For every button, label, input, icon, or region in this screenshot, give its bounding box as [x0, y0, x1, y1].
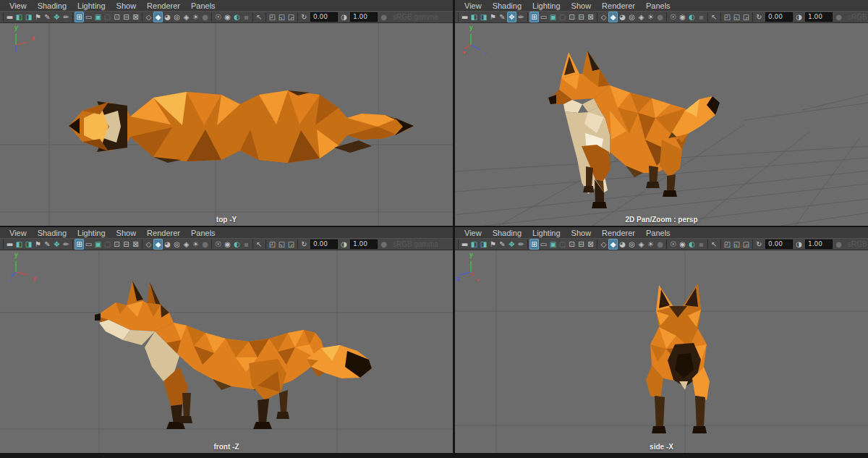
safe-title-icon[interactable]: ⊠ — [131, 239, 140, 250]
bookmark-icon[interactable]: ⚑ — [33, 12, 43, 22]
menu-shading[interactable]: Shading — [488, 1, 527, 10]
menu-view[interactable]: View — [459, 229, 488, 237]
field-chart-icon[interactable]: ⊡ — [112, 239, 122, 250]
camera-bookmark-icon[interactable]: ◨ — [24, 12, 33, 22]
gamma-field[interactable] — [805, 239, 833, 249]
film-gate-icon[interactable]: ▭ — [84, 12, 93, 22]
bookmark-icon[interactable]: ⚑ — [33, 239, 43, 250]
image-plane-icon[interactable]: ◲ — [286, 239, 296, 250]
menu-show[interactable]: Show — [566, 229, 597, 237]
isolate-select-icon[interactable]: ◰ — [723, 239, 732, 250]
menu-lighting[interactable]: Lighting — [72, 229, 111, 237]
isolate-select-icon[interactable]: ◰ — [268, 12, 277, 22]
plugin-icon[interactable]: ▪ — [242, 239, 251, 250]
motion-trail-icon[interactable]: ◐ — [232, 12, 242, 22]
wire-on-shaded-icon[interactable]: ◎ — [627, 239, 637, 250]
grease-pencil-icon[interactable]: ✏ — [516, 239, 526, 250]
camera-lock-icon[interactable]: ◧ — [469, 12, 479, 22]
camera-lock-icon[interactable]: ◧ — [469, 239, 479, 250]
image-plane-icon[interactable]: ◲ — [741, 12, 751, 22]
gate-mask-icon[interactable]: ▢ — [558, 239, 567, 250]
joint-xray-icon[interactable]: ☉ — [668, 12, 678, 22]
menu-panels[interactable]: Panels — [641, 1, 676, 10]
exposure-field[interactable] — [310, 239, 338, 249]
pencil-tool-icon[interactable]: ✎ — [498, 239, 507, 250]
camera-icon[interactable]: ▬ — [5, 239, 14, 250]
wire-on-shaded-icon[interactable]: ◎ — [627, 12, 637, 22]
image-plane-icon[interactable]: ◲ — [286, 12, 296, 22]
field-chart-icon[interactable]: ⊡ — [567, 239, 576, 250]
menu-shading[interactable]: Shading — [488, 229, 527, 237]
textured-icon[interactable]: ◕ — [618, 12, 627, 22]
lighting-icon[interactable]: ☀ — [191, 12, 200, 22]
menu-shading[interactable]: Shading — [33, 229, 72, 237]
joint-xray-icon[interactable]: ☉ — [213, 239, 223, 250]
camera-icon[interactable]: ▬ — [5, 12, 14, 22]
menu-lighting[interactable]: Lighting — [527, 1, 566, 10]
grease-pencil-icon[interactable]: ✏ — [61, 12, 71, 22]
gamma-field[interactable] — [350, 239, 378, 249]
viewport-3d-scene[interactable] — [455, 250, 868, 453]
film-gate-icon[interactable]: ▭ — [539, 239, 548, 250]
menu-panels[interactable]: Panels — [186, 229, 221, 237]
viewport-pane-bottom-right[interactable]: ViewShadingLightingShowRendererPanels▬◧◨… — [455, 227, 868, 453]
exposure-field[interactable] — [765, 12, 793, 22]
fox-model[interactable] — [646, 284, 710, 433]
wireframe-icon[interactable]: ◇ — [599, 12, 608, 22]
menu-lighting[interactable]: Lighting — [72, 1, 111, 10]
smooth-shade-icon[interactable]: ◆ — [608, 12, 618, 22]
field-chart-icon[interactable]: ⊡ — [567, 12, 576, 22]
lighting-icon[interactable]: ☀ — [191, 239, 200, 250]
srgb-toggle-icon[interactable]: ● — [379, 239, 388, 250]
viewport-canvas-bottom-right[interactable]: yxzside -X — [455, 250, 868, 453]
resolution-gate-icon[interactable]: ▣ — [93, 12, 103, 22]
menu-renderer[interactable]: Renderer — [597, 229, 641, 237]
gate-mask-icon[interactable]: ▢ — [103, 12, 112, 22]
menu-renderer[interactable]: Renderer — [142, 229, 186, 237]
lighting-icon[interactable]: ☀ — [646, 239, 655, 250]
safe-action-icon[interactable]: ⊟ — [122, 12, 131, 22]
safe-action-icon[interactable]: ⊟ — [576, 12, 586, 22]
viewport-pane-bottom-left[interactable]: ViewShadingLightingShowRendererPanels▬◧◨… — [0, 227, 453, 453]
pan-zoom-2d-icon[interactable]: ✥ — [507, 12, 516, 22]
xray-icon[interactable]: ◉ — [678, 12, 687, 22]
pencil-tool-icon[interactable]: ✎ — [43, 12, 52, 22]
wireframe-icon[interactable]: ◇ — [144, 12, 153, 22]
menu-panels[interactable]: Panels — [186, 1, 221, 10]
smooth-shade-icon[interactable]: ◆ — [153, 239, 163, 250]
textured-icon[interactable]: ◕ — [163, 12, 172, 22]
menu-show[interactable]: Show — [566, 1, 597, 10]
plugin-icon[interactable]: ▪ — [697, 239, 706, 250]
bookmark-icon[interactable]: ⚑ — [488, 239, 498, 250]
safe-action-icon[interactable]: ⊟ — [576, 239, 586, 250]
menu-lighting[interactable]: Lighting — [527, 229, 566, 237]
camera-icon[interactable]: ▬ — [460, 239, 469, 250]
isolate-select-icon[interactable]: ◰ — [268, 239, 277, 250]
camera-lock-icon[interactable]: ◧ — [14, 12, 24, 22]
menu-show[interactable]: Show — [111, 1, 142, 10]
motion-trail-icon[interactable]: ◐ — [232, 239, 242, 250]
menu-show[interactable]: Show — [111, 229, 142, 237]
gamma-icon[interactable]: ◑ — [794, 12, 804, 22]
menu-view[interactable]: View — [4, 1, 33, 10]
default-material-icon[interactable]: ◈ — [182, 12, 191, 22]
image-plane-icon[interactable]: ◲ — [741, 239, 751, 250]
motion-trail-icon[interactable]: ◐ — [687, 239, 697, 250]
shadows-icon[interactable]: ● — [200, 12, 210, 22]
safe-title-icon[interactable]: ⊠ — [586, 12, 595, 22]
pencil-tool-icon[interactable]: ✎ — [498, 12, 507, 22]
wireframe-icon[interactable]: ◇ — [599, 239, 608, 250]
srgb-toggle-icon[interactable]: ● — [834, 12, 843, 22]
viewport-canvas-top-right[interactable]: yxz2D Pan/Zoom : persp — [455, 23, 868, 226]
grid-icon[interactable]: ⊞ — [529, 12, 539, 22]
xray-icon[interactable]: ◉ — [223, 12, 232, 22]
srgb-toggle-icon[interactable]: ● — [379, 12, 388, 22]
smooth-shade-icon[interactable]: ◆ — [153, 12, 163, 22]
exposure-field[interactable] — [310, 12, 338, 22]
wire-on-shaded-icon[interactable]: ◎ — [172, 12, 182, 22]
shadows-icon[interactable]: ● — [655, 239, 665, 250]
safe-action-icon[interactable]: ⊟ — [122, 239, 131, 250]
select-tool-icon[interactable]: ↖ — [255, 12, 264, 22]
srgb-toggle-icon[interactable]: ● — [834, 239, 843, 250]
lock-camera-view-icon[interactable]: ◱ — [732, 12, 741, 22]
